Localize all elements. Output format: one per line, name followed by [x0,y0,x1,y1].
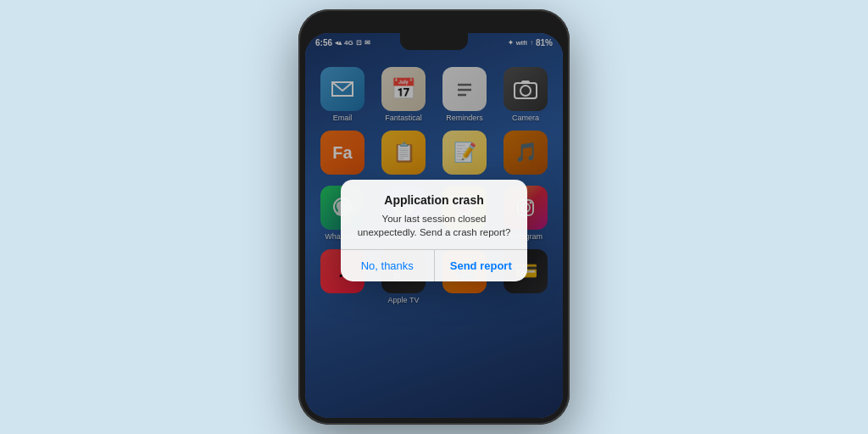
alert-dialog: Application crash Your last session clos… [341,180,527,281]
phone-body: 6:56 ◂▴ 4G ⊡ ✉ ✦ wifi ↑ 81% [298,9,570,425]
alert-content: Application crash Your last session clos… [341,180,527,249]
alert-buttons: No, thanks Send report [341,250,527,281]
alert-title: Application crash [354,193,514,207]
notch [400,33,468,50]
phone-wrapper: 6:56 ◂▴ 4G ⊡ ✉ ✦ wifi ↑ 81% [298,9,570,425]
send-report-button[interactable]: Send report [435,250,528,281]
phone-screen: 6:56 ◂▴ 4G ⊡ ✉ ✦ wifi ↑ 81% [305,33,563,418]
cancel-button[interactable]: No, thanks [341,250,435,281]
page-background: 6:56 ◂▴ 4G ⊡ ✉ ✦ wifi ↑ 81% [0,0,868,434]
alert-message: Your last session closed unexpectedly. S… [354,212,514,239]
